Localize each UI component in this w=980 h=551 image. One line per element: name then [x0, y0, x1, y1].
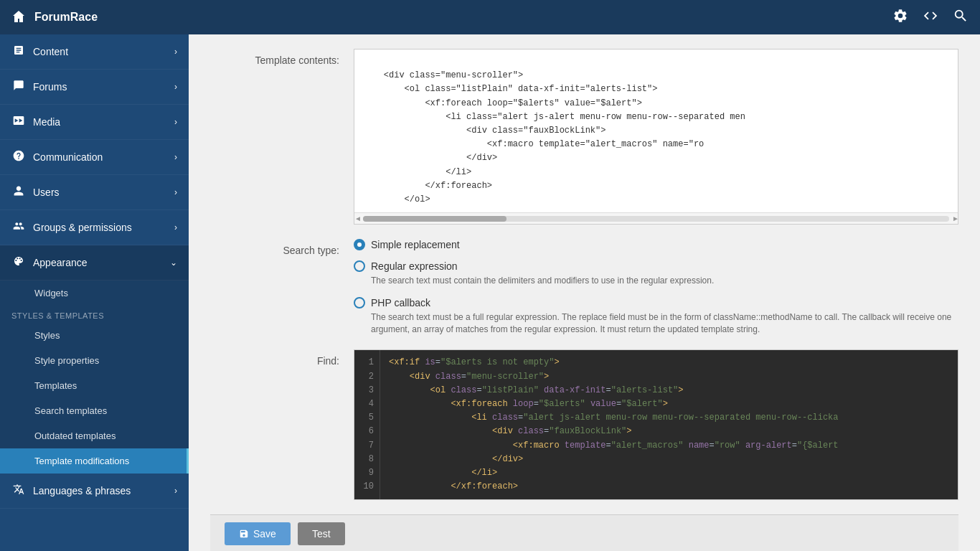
sidebar-item-label: Communication — [33, 151, 174, 163]
radio-option-php: PHP callback The search text must be a f… — [354, 297, 958, 336]
radio-option-regex: Regular expression The search text must … — [354, 260, 958, 287]
sidebar: Content › Forums › Media › Communication — [0, 34, 189, 551]
line-num: 2 — [360, 370, 374, 384]
media-icon — [11, 115, 26, 129]
sidebar-item-templates[interactable]: Templates — [0, 373, 189, 398]
radio-regex-circle[interactable] — [354, 260, 365, 272]
styles-templates-header: Styles & templates — [0, 306, 189, 323]
site-title: ForumRace — [34, 11, 892, 24]
sidebar-item-forums[interactable]: Forums › — [0, 70, 189, 105]
line-num: 9 — [360, 466, 374, 480]
scrollbar-bottom[interactable]: ◄ ► — [354, 212, 958, 224]
sidebar-item-label: Media — [33, 116, 174, 128]
line-num: 5 — [360, 411, 374, 425]
line-num: 8 — [360, 453, 374, 466]
search-icon[interactable] — [953, 8, 969, 27]
test-button[interactable]: Test — [298, 522, 345, 545]
radio-regex-description: The search text must contain the delimit… — [371, 275, 958, 287]
save-button-label: Save — [253, 528, 276, 540]
sidebar-item-communication[interactable]: Communication › — [0, 140, 189, 175]
sidebar-item-styles[interactable]: Styles — [0, 323, 189, 348]
groups-icon — [11, 220, 26, 235]
sidebar-item-widgets[interactable]: Widgets — [0, 281, 189, 306]
sidebar-item-label: Forums — [33, 81, 174, 93]
topbar: ForumRace — [0, 0, 980, 34]
sidebar-item-label: Languages & phrases — [33, 485, 174, 496]
appearance-icon — [11, 255, 26, 270]
users-icon — [11, 185, 26, 199]
sidebar-item-label: Groups & permissions — [33, 222, 174, 233]
chevron-down-icon: › — [174, 486, 177, 496]
line-num: 6 — [360, 425, 374, 438]
radio-regex-text: Regular expression — [371, 260, 458, 272]
chevron-down-icon: › — [174, 187, 177, 197]
content-icon — [11, 44, 26, 59]
line-num: 10 — [360, 480, 374, 494]
find-code-content[interactable]: <xf:if is="$alerts is not empty"> <div c… — [380, 350, 958, 499]
find-field: 1 2 3 4 5 6 7 8 9 10 <xf:if is="$alerts … — [354, 349, 958, 500]
forums-icon — [11, 80, 26, 94]
sidebar-item-template-modifications[interactable]: Template modifications — [0, 448, 189, 474]
radio-label-regex[interactable]: Regular expression — [354, 260, 958, 272]
line-num: 7 — [360, 439, 374, 453]
appearance-subnav: Widgets Styles & templates Styles Style … — [0, 281, 189, 474]
settings-icon[interactable] — [892, 8, 908, 27]
template-code-container[interactable]: <div class="menu-scroller"> <ol class="l… — [354, 49, 958, 225]
line-num: 4 — [360, 397, 374, 411]
line-num: 3 — [360, 384, 374, 397]
line-num: 1 — [360, 356, 374, 369]
find-row: Find: 1 2 3 4 5 6 7 8 9 10 <xf:i — [210, 349, 958, 500]
sidebar-item-appearance[interactable]: Appearance ⌄ — [0, 245, 189, 281]
sidebar-item-outdated-templates[interactable]: Outdated templates — [0, 423, 189, 448]
radio-group: Simple replacement Regular expression Th… — [354, 239, 958, 335]
test-button-label: Test — [312, 528, 331, 540]
sidebar-item-users[interactable]: Users › — [0, 175, 189, 210]
bottom-toolbar: Save Test — [210, 514, 958, 551]
template-contents-field: <div class="menu-scroller"> <ol class="l… — [354, 49, 958, 225]
template-contents-row: Template contents: <div class="menu-scro… — [210, 49, 958, 225]
radio-php-circle[interactable] — [354, 297, 365, 309]
search-type-row: Search type: Simple replacement — [210, 239, 958, 335]
radio-php-text: PHP callback — [371, 297, 430, 309]
chevron-up-icon: ⌄ — [170, 258, 177, 268]
chevron-down-icon: › — [174, 117, 177, 127]
line-numbers: 1 2 3 4 5 6 7 8 9 10 — [354, 350, 380, 499]
find-code-editor[interactable]: 1 2 3 4 5 6 7 8 9 10 <xf:if is="$alerts … — [354, 349, 958, 500]
sidebar-item-label: Users — [33, 187, 174, 198]
main-content: Template contents: <div class="menu-scro… — [189, 34, 980, 551]
template-code-area: <div class="menu-scroller"> <ol class="l… — [354, 50, 958, 212]
languages-icon — [11, 484, 26, 498]
sidebar-item-search-templates[interactable]: Search templates — [0, 398, 189, 423]
radio-label-php[interactable]: PHP callback — [354, 297, 958, 309]
radio-simple-text: Simple replacement — [371, 239, 460, 250]
communication-icon — [11, 150, 26, 164]
sidebar-item-style-properties[interactable]: Style properties — [0, 348, 189, 373]
chevron-down-icon: › — [174, 82, 177, 92]
search-type-field: Simple replacement Regular expression Th… — [354, 239, 958, 335]
chevron-down-icon: › — [174, 47, 177, 57]
sidebar-item-label: Appearance — [33, 257, 170, 268]
sidebar-item-content[interactable]: Content › — [0, 34, 189, 70]
home-icon[interactable] — [11, 9, 26, 26]
chevron-down-icon: › — [174, 222, 177, 232]
sidebar-item-media[interactable]: Media › — [0, 105, 189, 140]
chevron-down-icon: › — [174, 152, 177, 162]
sidebar-item-groups[interactable]: Groups & permissions › — [0, 210, 189, 245]
template-contents-label: Template contents: — [210, 49, 354, 225]
save-button[interactable]: Save — [225, 522, 291, 545]
radio-option-simple: Simple replacement — [354, 239, 958, 250]
find-label: Find: — [210, 349, 354, 500]
code-icon[interactable] — [923, 8, 938, 27]
search-type-label: Search type: — [210, 239, 354, 335]
radio-simple-circle[interactable] — [354, 239, 365, 250]
sidebar-item-languages[interactable]: Languages & phrases › — [0, 474, 189, 509]
radio-php-description: The search text must be a full regular e… — [371, 311, 958, 336]
sidebar-item-label: Content — [33, 46, 174, 57]
radio-label-simple[interactable]: Simple replacement — [354, 239, 958, 250]
